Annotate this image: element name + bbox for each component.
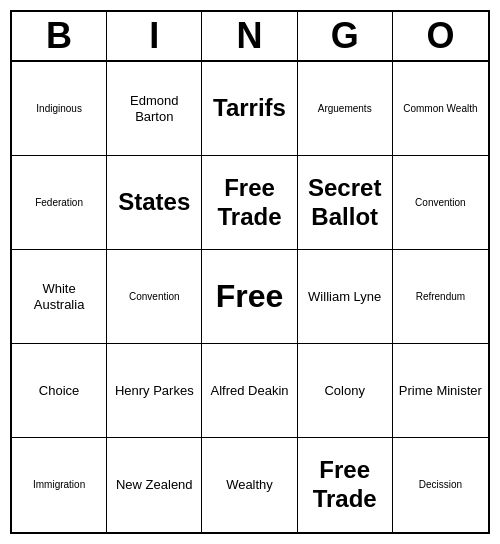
bingo-cell: Henry Parkes (107, 344, 202, 438)
bingo-cell: Arguements (298, 62, 393, 156)
bingo-cell: Free Trade (202, 156, 297, 250)
bingo-cell: Alfred Deakin (202, 344, 297, 438)
bingo-grid: IndiginousEdmond BartonTarrifsArguements… (12, 62, 488, 532)
bingo-cell: Choice (12, 344, 107, 438)
bingo-cell: Convention (107, 250, 202, 344)
header-letter: B (12, 12, 107, 60)
bingo-cell: Secret Ballot (298, 156, 393, 250)
bingo-cell: Prime Minister (393, 344, 488, 438)
header-letter: O (393, 12, 488, 60)
bingo-cell: White Australia (12, 250, 107, 344)
bingo-cell: Free Trade (298, 438, 393, 532)
bingo-cell: New Zealend (107, 438, 202, 532)
bingo-header: BINGO (12, 12, 488, 62)
header-letter: I (107, 12, 202, 60)
header-letter: G (298, 12, 393, 60)
bingo-cell: Refrendum (393, 250, 488, 344)
bingo-cell: Immigration (12, 438, 107, 532)
bingo-cell: Free (202, 250, 297, 344)
bingo-cell: Federation (12, 156, 107, 250)
bingo-cell: Tarrifs (202, 62, 297, 156)
bingo-cell: Decission (393, 438, 488, 532)
bingo-cell: Indiginous (12, 62, 107, 156)
bingo-cell: Convention (393, 156, 488, 250)
bingo-cell: Colony (298, 344, 393, 438)
bingo-cell: Common Wealth (393, 62, 488, 156)
bingo-cell: William Lyne (298, 250, 393, 344)
bingo-card: BINGO IndiginousEdmond BartonTarrifsArgu… (10, 10, 490, 534)
header-letter: N (202, 12, 297, 60)
bingo-cell: Wealthy (202, 438, 297, 532)
bingo-cell: Edmond Barton (107, 62, 202, 156)
bingo-cell: States (107, 156, 202, 250)
